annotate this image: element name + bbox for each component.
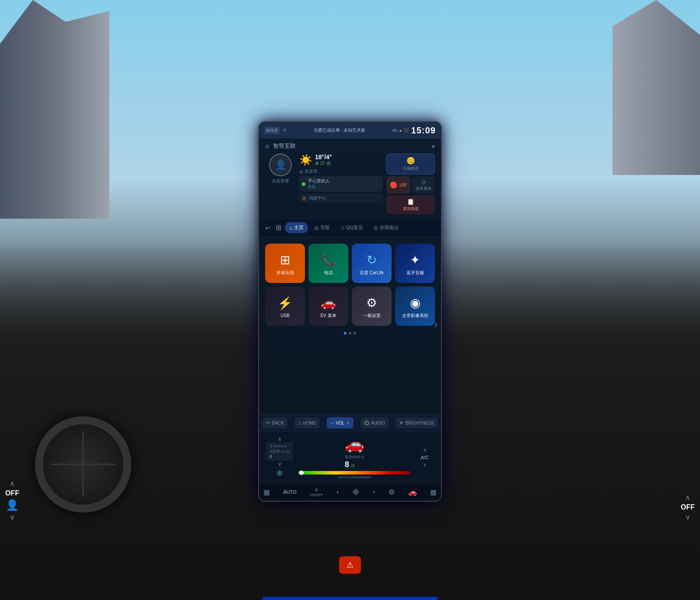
yunting-icon: 🔴 [390,181,397,188]
ac-toggle[interactable]: ❈ ON/OFF [310,488,323,497]
nav-home-icon: ⌂ [289,225,292,231]
phone-label: 电话 [324,270,333,276]
hazard-button[interactable]: ⚠ [339,556,361,574]
right-expand-arrow[interactable]: ∧ [423,447,427,453]
back-button[interactable]: ↩ BACK [262,418,287,428]
climate-settings-icon[interactable]: ⚙ [388,488,395,496]
fan-right-chevron[interactable]: › [373,488,375,496]
back-label: BACK [272,421,284,426]
signal-icons: 4G ▲ ⬛ [392,128,409,133]
app-carlife[interactable]: ↻ 百度 CarLife [352,244,392,283]
audio-button[interactable]: ⏻ AUDIO [360,418,388,428]
building-left [0,0,109,219]
ac-on-icon: ❈ [315,488,318,492]
bar-label-250: 250 [359,475,365,479]
app-settings[interactable]: ⚙ 一般设置 [352,286,392,326]
status-right: 4G ▲ ⬛ 15:09 [392,126,436,136]
page-dot-1[interactable] [344,332,346,335]
exterior-pm-value: 4 [270,454,272,459]
ac-label: A/C [421,455,429,460]
left-temp-down[interactable]: ∨ [10,513,15,521]
exterior-pm25-inner: 车外PM2.5 优质率 14.29 4 [270,444,290,459]
quick-actions: 😊 天猫精灵 🔴 云听 ◇ 连车查询 📋 [386,153,435,214]
all-apps-label: 所有应用 [276,270,294,276]
emergency-icon: 📋 [407,198,414,205]
app-bluetooth[interactable]: ✦ 蓝牙音频 [395,244,435,283]
emergency-btn[interactable]: 📋 紧急救援 [386,195,435,214]
connectivity-icon: ◎ [265,143,270,149]
weather-section: ☀️ 18°/4° ♻ 27 优 ◎ 北京市 手心里的人 [299,153,383,203]
left-temp-up[interactable]: ∧ [10,479,15,488]
seat-heat-left-icon[interactable]: ▦ [263,488,270,496]
login-text[interactable]: 点击登录 [272,178,289,184]
message-row[interactable]: ◎ 消息中心 [299,193,383,203]
settings-icon: ⚙ [366,296,377,310]
yunting-btn[interactable]: 🔴 云听 [386,176,410,194]
app-phone[interactable]: 📞 电话 [308,244,348,283]
connectivity-content: 👤 点击登录 ☀️ 18°/4° ♻ 27 优 ◎ 北京市 [265,153,435,214]
right-collapse-arrow[interactable]: ∨ [423,462,427,468]
location-icon: ◎ [299,169,303,174]
page-dot-2[interactable] [349,332,351,335]
exterior-down-arrow[interactable]: ∨ [278,461,282,467]
screen-inner: 媒体源 ⚛ 当爱已成往事 - 未知艺术家 4G ▲ ⬛ 15:09 ◎ 智导互联… [259,122,441,501]
tianmao-btn[interactable]: 😊 天猫精灵 [386,153,435,174]
control-bar: ↩ BACK ⌂ HOME − VOL + ⏻ AUDIO ☀ BRIGHTNE… [259,414,441,431]
emergency-label: 紧急救援 [403,206,419,212]
air-right: ∧ A/C ∨ [414,447,436,468]
settings-mini-icon[interactable]: ◈ [431,143,435,149]
liancha-btn[interactable]: ◇ 连车查询 [412,176,435,194]
home-button[interactable]: ⌂ HOME [295,418,320,428]
interior-pm-value: 8 [345,460,349,469]
bluetooth-app-icon: ✦ [410,253,420,267]
left-seat-heat: 👤 [6,499,19,511]
steering-wheel [35,416,131,513]
fan-icon: ❈ [352,487,360,497]
all-apps-icon: ⊞ [280,253,290,267]
wifi-icon: ▲ [399,128,402,133]
seat-heat-right-icon[interactable]: ▦ [430,488,437,496]
ac-toggle-label: ON/OFF [310,493,323,497]
brightness-button[interactable]: ☀ BRIGHTNESS [396,418,438,428]
ev-icon: 🚗 [321,296,336,310]
nav-grid-icon[interactable]: ⊞ [274,222,283,234]
nav-bar: ↩ ⊞ ⌂ 主页 ◎ 导航 ♫ QQ音乐 ◎ 在线电台 [259,218,441,237]
nav-radio[interactable]: ◎ 在线电台 [369,222,403,233]
nav-navigation[interactable]: ◎ 导航 [310,222,334,233]
nav-home[interactable]: ⌂ 主页 [285,222,308,233]
defrost-icon[interactable]: 🚗 [408,488,417,496]
nav-qqmusic[interactable]: ♫ QQ音乐 [336,222,368,233]
app-camera[interactable]: ◉ 全景影像系统 [395,286,435,326]
nav-back-button[interactable]: ↩ [263,223,272,233]
music-playing-dot [302,182,305,186]
avatar[interactable]: 👤 [269,153,292,176]
bar-label-75: 75 [344,475,348,479]
vol-minus-button[interactable]: − [330,419,334,426]
next-page-arrow[interactable]: › [434,318,438,331]
music-row[interactable]: 手心里的人 苏阮 [299,176,383,192]
interior-pm-status: 优 [351,463,355,469]
interior-pm-label: 车内PM2.5 [345,454,364,460]
main-screen: 媒体源 ⚛ 当爱已成往事 - 未知艺术家 4G ▲ ⬛ 15:09 ◎ 智导互联… [258,121,442,502]
vol-label: VOL [336,421,344,426]
page-dots [265,330,435,336]
nav-qqmusic-label: QQ音乐 [346,224,363,231]
home-icon: ⌂ [298,420,301,426]
vol-plus-button[interactable]: + [346,419,350,426]
exterior-up-arrow[interactable]: ∧ [278,436,282,442]
battery-icon: ⬛ [404,128,409,133]
fan-left-chevron[interactable]: ‹ [336,488,339,496]
fan-left-icon: ❄ [276,468,284,478]
air-bar-indicator [299,471,304,475]
page-dot-3[interactable] [354,332,356,335]
app-usb[interactable]: ⚡ USB [265,286,305,326]
interior-pm25-box: 车内PM2.5 8 优 [345,454,364,469]
right-temp-down[interactable]: ∨ [685,513,690,521]
app-ev[interactable]: 🚗 EV 菜单 [308,286,348,326]
right-temp-up[interactable]: ∧ [685,493,690,502]
apps-grid: ⊞ 所有应用 📞 电话 ↻ 百度 CarLife ✦ 蓝牙音频 [265,244,435,326]
bluetooth-icon: ⚛ [282,127,287,133]
app-all-apps[interactable]: ⊞ 所有应用 [265,244,305,283]
audio-label: AUDIO [371,421,385,426]
user-section[interactable]: 👤 点击登录 [265,153,296,184]
